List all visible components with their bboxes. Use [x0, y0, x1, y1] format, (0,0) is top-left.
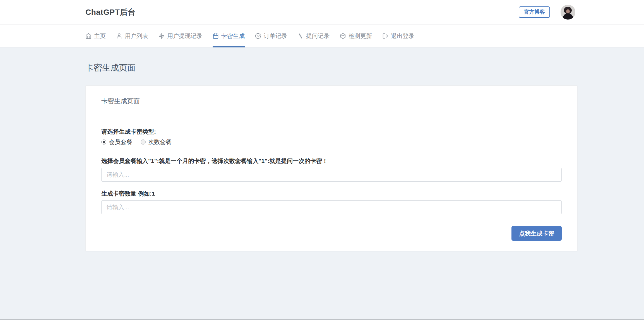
nav-item-withdraw-records[interactable]: 用户提现记录 — [158, 25, 202, 47]
package-icon — [340, 33, 346, 39]
button-row: 点我生成卡密 — [101, 226, 562, 241]
logout-icon — [382, 33, 388, 39]
card-title: 卡密生成页面 — [101, 97, 562, 105]
top-header: ChatGPT后台 官方博客 — [0, 0, 644, 25]
nav-item-logout[interactable]: 退出登录 — [382, 25, 414, 47]
activity-icon — [297, 33, 304, 39]
generate-card-key-button[interactable]: 点我生成卡密 — [511, 226, 562, 241]
official-blog-button[interactable]: 官方博客 — [519, 6, 550, 18]
nav-item-label: 主页 — [94, 32, 106, 40]
zap-icon — [158, 33, 165, 39]
radio-option-label: 次数套餐 — [148, 138, 172, 146]
home-icon — [85, 33, 92, 39]
nav-item-label: 用户列表 — [125, 32, 148, 40]
nav-item-label: 订单记录 — [264, 32, 287, 40]
card-value-input[interactable] — [101, 168, 562, 182]
nav-item-check-update[interactable]: 检测更新 — [340, 25, 372, 47]
zap-icon — [158, 33, 165, 39]
user-icon — [116, 33, 122, 39]
logout-icon — [382, 33, 388, 39]
main-content: 卡密生成页面 卡密生成页面 请选择生成卡密类型: 会员套餐次数套餐 选择会员套餐… — [0, 62, 644, 251]
package-icon — [340, 33, 346, 39]
value-hint-label: 选择会员套餐输入"1":就是一个月的卡密，选择次数套餐输入"1":就是提问一次的… — [101, 157, 562, 165]
card-type-radio-group: 会员套餐次数套餐 — [101, 138, 562, 146]
check-circle-icon — [255, 33, 261, 39]
nav-item-card-key-generate[interactable]: 卡密生成 — [213, 25, 245, 47]
calendar-icon — [213, 33, 219, 39]
header-right: 官方博客 — [519, 5, 575, 20]
nav-item-label: 检测更新 — [349, 32, 372, 40]
radio-button-icon[interactable] — [141, 139, 146, 145]
nav-item-home[interactable]: 主页 — [85, 25, 106, 47]
nav-item-label: 退出登录 — [391, 32, 414, 40]
quantity-label: 生成卡密数量 例如:1 — [101, 190, 562, 198]
card-key-generator-card: 卡密生成页面 请选择生成卡密类型: 会员套餐次数套餐 选择会员套餐输入"1":就… — [85, 85, 578, 251]
nav-item-question-records[interactable]: 提问记录 — [297, 25, 330, 47]
radio-option-count-package[interactable]: 次数套餐 — [141, 138, 172, 146]
nav-item-user-list[interactable]: 用户列表 — [116, 25, 148, 47]
nav-item-label: 卡密生成 — [221, 32, 245, 40]
avatar-photo-icon — [561, 5, 575, 20]
user-icon — [116, 33, 122, 39]
main-nav: 主页用户列表用户提现记录卡密生成订单记录提问记录检测更新退出登录 — [0, 25, 644, 47]
radio-option-member-package[interactable]: 会员套餐 — [101, 138, 132, 146]
nav-item-order-records[interactable]: 订单记录 — [255, 25, 287, 47]
activity-icon — [297, 33, 304, 39]
nav-item-label: 提问记录 — [306, 32, 330, 40]
check-circle-icon — [255, 33, 261, 39]
user-avatar[interactable] — [561, 5, 575, 20]
radio-button-icon[interactable] — [101, 139, 106, 145]
nav-items: 主页用户列表用户提现记录卡密生成订单记录提问记录检测更新退出登录 — [85, 25, 575, 47]
calendar-icon — [213, 33, 219, 39]
type-select-label: 请选择生成卡密类型: — [101, 128, 562, 136]
page-title: 卡密生成页面 — [85, 62, 578, 74]
card-quantity-input[interactable] — [101, 200, 562, 214]
card-key-form: 请选择生成卡密类型: 会员套餐次数套餐 选择会员套餐输入"1":就是一个月的卡密… — [101, 128, 562, 241]
radio-option-label: 会员套餐 — [109, 138, 132, 146]
nav-item-label: 用户提现记录 — [167, 32, 202, 40]
home-icon — [85, 33, 92, 39]
app-title: ChatGPT后台 — [85, 7, 136, 18]
